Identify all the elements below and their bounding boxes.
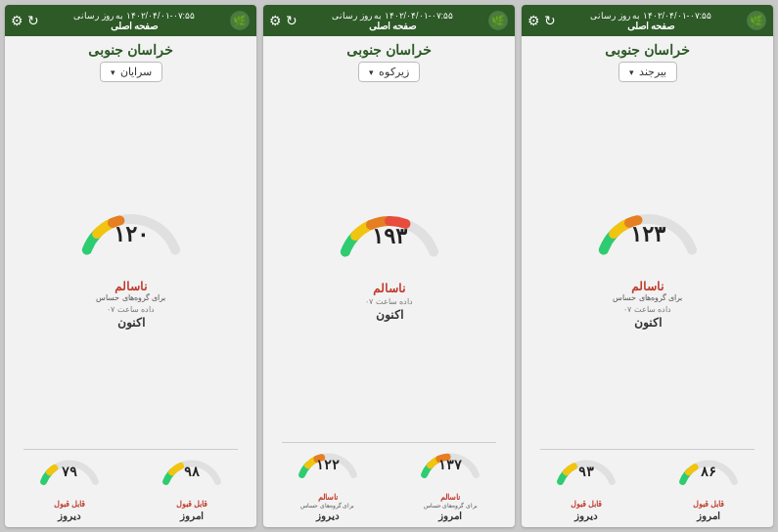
city-label: زیرکوه — [379, 66, 409, 78]
mini-status-sub: برای گروه‌های حساس — [424, 502, 478, 509]
city-selector[interactable]: سرایان▾ — [100, 62, 162, 82]
panel-header: 🌿 ۱۴۰۲/۰۴/۰۱-۰۷:۵۵ به روز رسانی صفحه اصل… — [522, 5, 773, 36]
section-divider — [282, 442, 495, 443]
refresh-icon[interactable]: ↻ — [544, 13, 556, 28]
region-title: خراسان جنوبی — [605, 42, 690, 58]
header-title: صفحه اصلی — [369, 21, 417, 31]
mini-gauge-value: ۹۳ — [552, 464, 620, 479]
main-label: اکنون — [117, 316, 145, 330]
mini-label: امروز — [180, 510, 204, 521]
main-gauge-wrapper: ۱۲۳ — [589, 202, 707, 276]
bottom-row: ۱۳۷ناسالمبرای گروه‌های حساسامروز۱۲۲ناسال… — [263, 445, 515, 527]
mini-label: امروز — [438, 510, 462, 521]
header-left: 🌿 — [746, 10, 767, 31]
main-status-sub: برای گروه‌های حساس — [96, 293, 164, 303]
svg-text:🌿: 🌿 — [750, 14, 763, 27]
header-center: ۱۴۰۲/۰۴/۰۱-۰۷:۵۵ به روز رسانی صفحه اصلی — [42, 11, 226, 31]
mini-card-0: ۸۶قابل قبولامروز — [649, 454, 770, 521]
header-timestamp: ۱۴۰۲/۰۴/۰۱-۰۷:۵۵ به روز رسانی — [590, 11, 711, 21]
city-selector[interactable]: بیرجند▾ — [618, 62, 677, 82]
main-gauge-wrapper: ۱۲۰ — [72, 202, 190, 276]
header-left: 🌿 — [229, 10, 251, 31]
mini-card-1: ۹۳قابل قبولدیروز — [526, 454, 647, 521]
mini-gauge-svg — [552, 454, 620, 507]
mini-gauge-svg — [35, 454, 104, 507]
mini-label: دیروز — [574, 510, 597, 521]
main-gauge-value: ۱۲۳ — [589, 222, 707, 247]
main-time: داده ساعت ۰۷ — [623, 305, 670, 314]
gear-icon[interactable]: ⚙ — [269, 13, 282, 28]
svg-text:🌿: 🌿 — [491, 14, 505, 27]
panel-zirkuh: 🌿 ۱۴۰۲/۰۴/۰۱-۰۷:۵۵ به روز رسانی صفحه اصل… — [263, 5, 515, 527]
panel-header: 🌿 ۱۴۰۲/۰۴/۰۱-۰۷:۵۵ به روز رسانی صفحه اصل… — [5, 5, 256, 36]
header-right: ↻ ⚙ — [11, 13, 39, 28]
logo-icon: 🌿 — [746, 10, 767, 31]
panel-sarayan: 🌿 ۱۴۰۲/۰۴/۰۱-۰۷:۵۵ به روز رسانی صفحه اصل… — [5, 5, 256, 527]
mini-gauge-svg — [294, 447, 362, 500]
main-gauge-wrapper: ۱۹۳ — [331, 204, 448, 278]
main-gauge-area: ۱۹۳ناسالمداده ساعت ۰۷اکنون — [331, 85, 448, 440]
bottom-row: ۸۶قابل قبولامروز۹۳قابل قبولدیروز — [522, 452, 773, 527]
header-center: ۱۴۰۲/۰۴/۰۱-۰۷:۵۵ به روز رسانی صفحه اصلی — [559, 11, 743, 31]
svg-text:🌿: 🌿 — [233, 14, 247, 27]
gear-icon[interactable]: ⚙ — [11, 13, 23, 28]
mini-label: دیروز — [58, 510, 80, 521]
mini-card-0: ۱۳۷ناسالمبرای گروه‌های حساسامروز — [390, 447, 512, 521]
logo-icon: 🌿 — [229, 10, 251, 31]
mini-gauge-value: ۸۶ — [674, 464, 743, 479]
city-selector[interactable]: زیرکوه▾ — [358, 62, 420, 82]
header-right: ↻ ⚙ — [527, 13, 556, 28]
chevron-down-icon: ▾ — [369, 67, 374, 77]
mini-gauge-value: ۹۸ — [158, 464, 226, 479]
panel-birjand: 🌿 ۱۴۰۲/۰۴/۰۱-۰۷:۵۵ به روز رسانی صفحه اصل… — [522, 5, 773, 527]
main-time: داده ساعت ۰۷ — [107, 305, 154, 314]
city-label: بیرجند — [639, 66, 666, 78]
main-gauge-area: ۱۲۳ناسالمبرای گروه‌های حساسداده ساعت ۰۷ا… — [589, 85, 707, 447]
section-divider — [23, 449, 237, 450]
region-title: خراسان جنوبی — [88, 42, 173, 58]
bottom-row: ۹۸قابل قبولامروز۷۹قابل قبولدیروز — [5, 452, 256, 527]
mini-label: امروز — [697, 510, 720, 521]
region-title: خراسان جنوبی — [346, 42, 432, 58]
gear-icon[interactable]: ⚙ — [527, 13, 540, 28]
mini-gauge-value: ۷۹ — [35, 464, 104, 479]
header-title: صفحه اصلی — [627, 21, 675, 31]
header-timestamp: ۱۴۰۲/۰۴/۰۱-۰۷:۵۵ به روز رسانی — [332, 11, 453, 21]
main-gauge-area: ۱۲۰ناسالمبرای گروه‌های حساسداده ساعت ۰۷ا… — [72, 85, 190, 447]
city-label: سرایان — [120, 66, 152, 78]
main-time: داده ساعت ۰۷ — [365, 297, 412, 306]
mini-card-1: ۱۲۲ناسالمبرای گروه‌های حساسدیروز — [267, 447, 389, 521]
panel-header: 🌿 ۱۴۰۲/۰۴/۰۱-۰۷:۵۵ به روز رسانی صفحه اصل… — [263, 5, 515, 36]
mini-gauge-svg — [158, 454, 226, 507]
main-gauge-value: ۱۹۳ — [331, 224, 448, 249]
mini-card-0: ۹۸قابل قبولامروز — [132, 454, 253, 521]
mini-card-1: ۷۹قابل قبولدیروز — [9, 454, 130, 521]
mini-status-sub: برای گروه‌های حساس — [300, 502, 354, 509]
mini-gauge-value: ۱۳۷ — [416, 457, 484, 472]
refresh-icon[interactable]: ↻ — [286, 13, 297, 28]
refresh-icon[interactable]: ↻ — [27, 13, 39, 28]
main-label: اکنون — [634, 316, 662, 330]
chevron-down-icon: ▾ — [629, 67, 634, 77]
mini-label: دیروز — [316, 510, 339, 521]
section-divider — [540, 449, 754, 450]
header-title: صفحه اصلی — [111, 21, 159, 31]
header-timestamp: ۱۴۰۲/۰۴/۰۱-۰۷:۵۵ به روز رسانی — [73, 11, 195, 21]
main-status-sub: برای گروه‌های حساس — [613, 293, 681, 303]
chevron-down-icon: ▾ — [111, 67, 115, 77]
main-gauge-value: ۱۲۰ — [72, 222, 190, 247]
header-center: ۱۴۰۲/۰۴/۰۱-۰۷:۵۵ به روز رسانی صفحه اصلی — [300, 11, 484, 31]
header-right: ↻ ⚙ — [269, 13, 297, 28]
main-label: اکنون — [376, 308, 403, 322]
logo-icon: 🌿 — [487, 10, 509, 31]
mini-gauge-value: ۱۲۲ — [294, 457, 362, 472]
mini-gauge-svg — [416, 447, 484, 500]
header-left: 🌿 — [487, 10, 509, 31]
mini-gauge-svg — [674, 454, 743, 507]
